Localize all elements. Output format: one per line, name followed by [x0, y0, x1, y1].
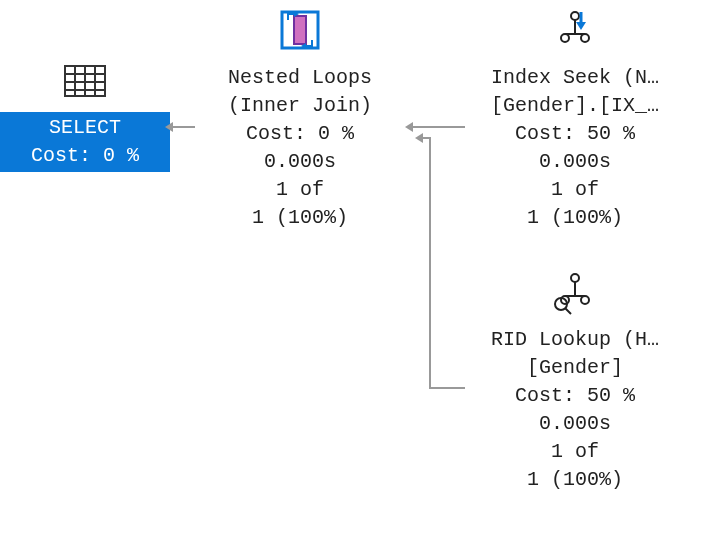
svg-point-24 — [581, 296, 589, 304]
node-time: 0.000s — [190, 148, 410, 176]
svg-marker-18 — [576, 22, 586, 30]
svg-point-11 — [571, 12, 579, 20]
svg-line-26 — [565, 308, 571, 314]
svg-rect-8 — [294, 16, 306, 44]
node-subtitle: (Inner Join) — [190, 92, 410, 120]
node-time: 0.000s — [460, 410, 690, 438]
node-cost: Cost: 50 % — [460, 382, 690, 410]
rid-lookup-icon — [460, 268, 690, 322]
node-title: Index Seek (N… — [465, 64, 685, 92]
node-rows2: 1 (100%) — [190, 204, 410, 232]
node-cost: Cost: 50 % — [460, 120, 690, 148]
node-cost: Cost: 0 % — [6, 142, 164, 170]
node-subtitle: [Gender] — [460, 354, 690, 382]
result-table-icon — [0, 62, 170, 108]
node-title: RID Lookup (H… — [465, 326, 685, 354]
node-title: Nested Loops — [190, 64, 410, 92]
svg-point-15 — [561, 34, 569, 42]
node-rows1: 1 of — [460, 438, 690, 466]
node-cost: Cost: 0 % — [190, 120, 410, 148]
node-rows1: 1 of — [190, 176, 410, 204]
svg-point-16 — [581, 34, 589, 42]
plan-node-rid-lookup: RID Lookup (H… [Gender] Cost: 50 % 0.000… — [460, 268, 690, 494]
plan-node-select: SELECT Cost: 0 % — [0, 62, 170, 172]
node-subtitle: [Gender].[IX_… — [465, 92, 685, 120]
node-time: 0.000s — [460, 148, 690, 176]
node-rows2: 1 (100%) — [460, 466, 690, 494]
plan-node-index-seek: Index Seek (N… [Gender].[IX_… Cost: 50 %… — [460, 6, 690, 232]
node-rows1: 1 of — [460, 176, 690, 204]
select-highlight: SELECT Cost: 0 % — [0, 112, 170, 172]
index-seek-icon — [460, 6, 690, 60]
svg-marker-31 — [415, 133, 423, 143]
connector-nested-seek — [405, 120, 465, 134]
nested-loops-icon — [190, 6, 410, 60]
node-rows2: 1 (100%) — [460, 204, 690, 232]
svg-point-19 — [571, 274, 579, 282]
plan-node-nested-loops: Nested Loops (Inner Join) Cost: 0 % 0.00… — [190, 6, 410, 232]
node-title: SELECT — [6, 114, 164, 142]
